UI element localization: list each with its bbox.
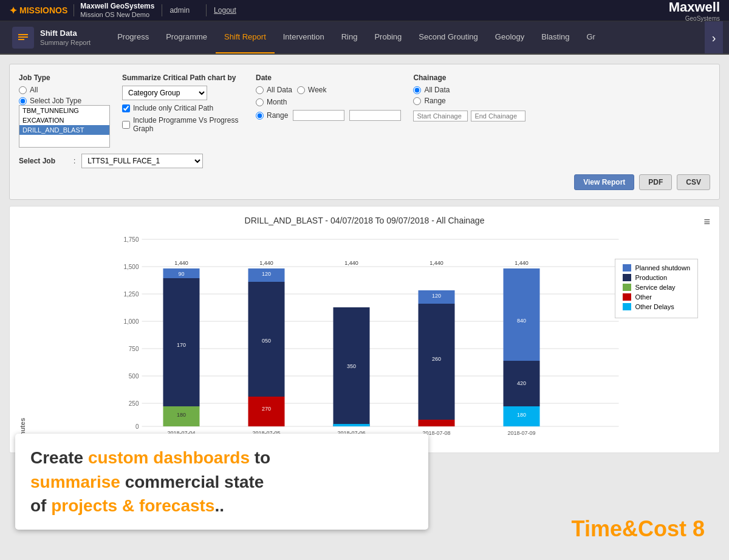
svg-text:180: 180 (517, 412, 526, 418)
shift-data-icon (17, 32, 29, 44)
legend-label-planned-shutdown: Planned shutdown (635, 264, 690, 271)
nav-item-programme[interactable]: Programme (157, 21, 216, 53)
nav-brand-title: Shift Data (40, 29, 91, 39)
date-week-option[interactable]: Week (297, 86, 326, 94)
mission-icon: ✦ (9, 5, 17, 16)
chainage-label: Chainage (413, 73, 583, 82)
chainage-range-label: Range (424, 97, 445, 105)
chainage-section: Chainage All Data Range (413, 73, 583, 121)
summarize-section: Summarize Critical Path chart by Categor… (122, 73, 244, 133)
date-week-label: Week (308, 86, 326, 94)
pdf-button[interactable]: PDF (639, 174, 672, 190)
date-from-input[interactable]: 04/07/2018 (293, 110, 344, 121)
top-bar-divider2 (162, 4, 162, 16)
date-range-row: Range 04/07/2018 09/07/2018 (256, 110, 401, 121)
chart-area: Minutes 1,750 1,500 1,250 1,000 750 500 (19, 234, 710, 443)
job-type-item-drill[interactable]: DRILL_AND_BLAST (19, 125, 109, 135)
top-bar-divider1 (74, 4, 74, 16)
chart-menu-icon[interactable]: ≡ (703, 216, 710, 228)
nav-item-progress[interactable]: Progress (109, 21, 157, 53)
select-job-type-radio[interactable] (19, 97, 27, 105)
admin-label: admin (169, 6, 190, 15)
svg-text:0: 0 (135, 423, 139, 430)
mission-os-text: MISSIONOS (19, 5, 67, 15)
date-all-data-row: All Data Week (256, 86, 401, 94)
nav-item-ring[interactable]: Ring (333, 21, 366, 53)
nav-item-probing[interactable]: Probing (366, 21, 410, 53)
job-type-list[interactable]: TBM_TUNNELING EXCAVATION DRILL_AND_BLAST (19, 105, 110, 148)
date-month-radio[interactable] (256, 98, 264, 106)
logout-button[interactable]: Logout (214, 6, 236, 15)
job-type-item-excavation[interactable]: EXCAVATION (19, 115, 109, 125)
svg-text:500: 500 (129, 373, 139, 380)
nav-item-shift-report[interactable]: Shift Report (216, 21, 275, 53)
svg-text:1,750: 1,750 (123, 236, 139, 243)
svg-text:2018-07-09: 2018-07-09 (507, 430, 535, 436)
nav-item-geology[interactable]: Geology (487, 21, 533, 53)
csv-button[interactable]: CSV (677, 174, 710, 190)
all-radio[interactable] (19, 86, 27, 94)
promo-box: Create custom dashboards to summarise co… (15, 434, 428, 530)
bar5-planned-shutdown (504, 268, 540, 361)
promo-line2: summarise commercial state (30, 470, 413, 494)
action-row: View Report PDF CSV (19, 174, 710, 190)
date-all-data-radio[interactable] (256, 86, 264, 94)
date-range-option[interactable]: Range (256, 111, 288, 120)
svg-text:1,440: 1,440 (259, 260, 273, 266)
all-label: All (30, 86, 38, 94)
legend-label-production: Production (635, 274, 667, 281)
chainage-range-radio[interactable] (413, 97, 421, 105)
svg-text:120: 120 (262, 271, 271, 277)
top-bar: ✦ MISSIONOS Maxwell GeoSystems Mission O… (0, 0, 729, 21)
bar4-other (419, 420, 455, 426)
include-prog-vs-progress-label: Include Programme Vs Progress Graph (133, 116, 244, 133)
legend-service-delay: Service delay (623, 284, 690, 291)
start-chainage-input[interactable] (413, 111, 468, 121)
promo-line3: of projects & forecasts.. (30, 494, 413, 517)
select-job-type-radio-option[interactable]: Select Job Type (19, 97, 110, 105)
maxwell-logo-area: Maxwell GeoSystems (669, 0, 720, 22)
date-all-data-option[interactable]: All Data (256, 86, 292, 94)
date-range-radio[interactable] (256, 112, 264, 120)
nav-bar: Shift Data Summary Report Progress Progr… (0, 21, 729, 55)
nav-item-intervention[interactable]: Intervention (275, 21, 333, 53)
chainage-all-data-option[interactable]: All Data (413, 86, 583, 94)
legend-other-delays: Other Delays (623, 303, 690, 310)
promo-line3a: of (30, 496, 51, 515)
chainage-range-option[interactable]: Range (413, 97, 445, 105)
nav-next-arrow[interactable]: › (705, 21, 723, 55)
legend-color-planned-shutdown (623, 264, 631, 271)
date-to-input[interactable]: 09/07/2018 (349, 110, 401, 121)
job-select[interactable]: LTTS1_FULL FACE_1 (81, 154, 203, 168)
chart-title: DRILL_AND_BLAST - 04/07/2018 To 09/07/20… (19, 216, 710, 225)
date-range-label: Range (267, 111, 288, 120)
date-month-option[interactable]: Month (256, 98, 287, 106)
date-all-data-label: All Data (267, 86, 292, 94)
all-radio-option[interactable]: All (19, 86, 110, 94)
svg-text:420: 420 (517, 380, 526, 386)
chainage-radio-group: All Data Range (413, 86, 583, 121)
include-critical-path-option[interactable]: Include only Critical Path (122, 104, 244, 112)
promo-line2b: commercial state (120, 473, 264, 491)
include-prog-vs-progress-option[interactable]: Include Programme Vs Progress Graph (122, 116, 244, 133)
svg-text:840: 840 (517, 318, 526, 324)
bar3-other-delays (334, 424, 370, 426)
svg-rect-0 (18, 34, 28, 35)
category-group-select[interactable]: Category Group (122, 86, 207, 100)
geo-subtitle: Mission OS New Demo (80, 11, 154, 19)
chart-legend: Planned shutdown Production Service dela… (615, 259, 698, 318)
view-report-button[interactable]: View Report (574, 174, 634, 190)
svg-text:750: 750 (129, 346, 139, 352)
nav-brand-info: Shift Data Summary Report (40, 29, 91, 46)
chainage-all-data-radio[interactable] (413, 86, 421, 94)
include-critical-path-checkbox[interactable] (122, 104, 130, 112)
nav-item-gr[interactable]: Gr (578, 21, 604, 53)
chart-inner: 1,750 1,500 1,250 1,000 750 500 250 0 (29, 234, 710, 443)
end-chainage-input[interactable] (471, 111, 525, 121)
job-type-item-tbm[interactable]: TBM_TUNNELING (19, 106, 109, 115)
include-prog-vs-progress-checkbox[interactable] (122, 121, 130, 129)
nav-item-blasting[interactable]: Blasting (533, 21, 578, 53)
date-week-radio[interactable] (297, 86, 305, 94)
svg-text:180: 180 (177, 412, 186, 418)
nav-item-second-grouting[interactable]: Second Grouting (410, 21, 487, 53)
